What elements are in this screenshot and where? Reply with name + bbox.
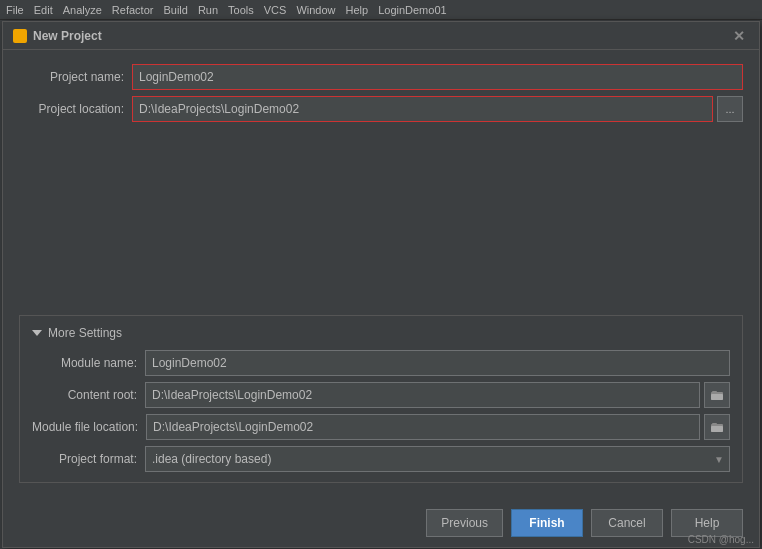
folder-icon-2	[711, 421, 723, 433]
menu-refactor[interactable]: Refactor	[112, 4, 154, 16]
menu-edit[interactable]: Edit	[34, 4, 53, 16]
module-file-location-input[interactable]	[146, 414, 700, 440]
top-form-section: Project name: Project location: ...	[19, 64, 743, 122]
menu-window[interactable]: Window	[296, 4, 335, 16]
project-name-input-wrap	[132, 64, 743, 90]
module-name-input[interactable]	[145, 350, 730, 376]
module-name-row: Module name:	[32, 350, 730, 376]
dialog-app-icon	[13, 29, 27, 43]
new-project-dialog: New Project ✕ Project name: Project loca…	[2, 21, 760, 548]
more-settings-section: More Settings Module name: Content root:	[19, 315, 743, 483]
dialog-close-button[interactable]: ✕	[729, 28, 749, 44]
finish-button[interactable]: Finish	[511, 509, 583, 537]
content-root-input-wrap	[145, 382, 730, 408]
project-name-row: Project name:	[19, 64, 743, 90]
dialog-overlay: New Project ✕ Project name: Project loca…	[0, 20, 762, 549]
content-root-label: Content root:	[32, 388, 137, 402]
project-name-label: Project name:	[19, 70, 124, 84]
project-format-label: Project format:	[32, 452, 137, 466]
svg-rect-2	[712, 391, 717, 393]
content-root-row: Content root:	[32, 382, 730, 408]
body-spacer	[19, 130, 743, 315]
module-file-location-label: Module file location:	[32, 420, 138, 434]
project-location-input-wrap: ...	[132, 96, 743, 122]
project-location-row: Project location: ...	[19, 96, 743, 122]
menu-bar: File Edit Analyze Refactor Build Run Too…	[0, 0, 762, 20]
menu-vcs[interactable]: VCS	[264, 4, 287, 16]
cancel-button[interactable]: Cancel	[591, 509, 663, 537]
folder-icon	[711, 389, 723, 401]
module-file-location-input-wrap	[146, 414, 730, 440]
menu-build[interactable]: Build	[163, 4, 187, 16]
content-root-input[interactable]	[145, 382, 700, 408]
dialog-title: New Project	[33, 29, 102, 43]
module-file-location-browse-button[interactable]	[704, 414, 730, 440]
module-name-label: Module name:	[32, 356, 137, 370]
more-settings-label: More Settings	[48, 326, 122, 340]
module-name-input-wrap	[145, 350, 730, 376]
project-format-select[interactable]: .idea (directory based) Eclipse (.classp…	[145, 446, 730, 472]
menu-tools[interactable]: Tools	[228, 4, 254, 16]
dialog-titlebar: New Project ✕	[3, 22, 759, 50]
svg-rect-4	[711, 426, 723, 432]
project-name-input[interactable]	[132, 64, 743, 90]
help-button[interactable]: Help	[671, 509, 743, 537]
project-location-input[interactable]	[132, 96, 713, 122]
content-root-browse-button[interactable]	[704, 382, 730, 408]
dialog-body: Project name: Project location: ...	[3, 50, 759, 503]
menu-run[interactable]: Run	[198, 4, 218, 16]
dialog-titlebar-left: New Project	[13, 29, 102, 43]
dialog-footer: Previous Finish Cancel Help	[3, 503, 759, 547]
menu-file[interactable]: File	[6, 4, 24, 16]
project-location-browse-button[interactable]: ...	[717, 96, 743, 122]
menu-help[interactable]: Help	[346, 4, 369, 16]
svg-rect-1	[711, 394, 723, 400]
more-settings-triangle-icon	[32, 330, 42, 336]
svg-rect-5	[712, 423, 717, 425]
previous-button[interactable]: Previous	[426, 509, 503, 537]
project-format-select-wrap: .idea (directory based) Eclipse (.classp…	[145, 446, 730, 472]
module-file-location-row: Module file location:	[32, 414, 730, 440]
more-settings-header[interactable]: More Settings	[32, 326, 730, 340]
menu-analyze[interactable]: Analyze	[63, 4, 102, 16]
menu-logindemo01[interactable]: LoginDemo01	[378, 4, 447, 16]
project-format-row: Project format: .idea (directory based) …	[32, 446, 730, 472]
project-location-label: Project location:	[19, 102, 124, 116]
more-settings-content: Module name: Content root:	[32, 350, 730, 472]
